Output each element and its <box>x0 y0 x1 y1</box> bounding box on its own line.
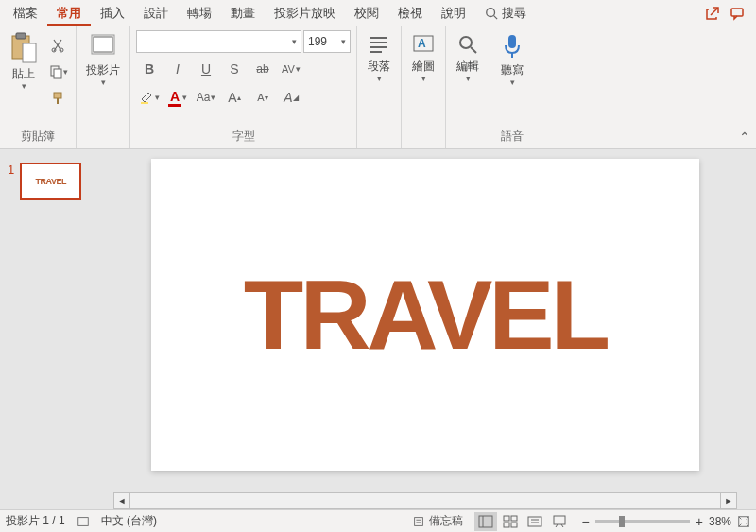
highlight-button[interactable]: ▾ <box>136 85 163 110</box>
underline-button[interactable]: U <box>193 57 219 81</box>
paste-button[interactable]: 貼上 ▾ <box>6 30 42 93</box>
group-label-clipboard: 剪貼簿 <box>21 127 55 146</box>
horizontal-scrollbar[interactable]: ◄ ► <box>113 492 737 509</box>
reading-view-button[interactable] <box>524 512 546 531</box>
font-name-combo[interactable]: ▾ <box>136 30 301 53</box>
language-status[interactable]: 中文 (台灣) <box>101 513 157 529</box>
slide-editor: TRAVEL ◄ ► <box>113 149 756 509</box>
tab-help[interactable]: 說明 <box>432 0 475 26</box>
slideshow-view-button[interactable] <box>548 512 571 531</box>
view-mode-buttons <box>474 512 571 531</box>
slide-title-text[interactable]: TRAVEL <box>244 259 607 371</box>
group-paragraph: 段落 ▾ <box>357 26 402 148</box>
thumbnail-1[interactable]: 1 TRAVEL <box>8 163 106 200</box>
sorter-view-button[interactable] <box>499 512 522 531</box>
ribbon-tabs: 檔案 常用 插入 設計 轉場 動畫 投影片放映 校閱 檢視 說明 搜尋 <box>0 0 756 26</box>
svg-rect-33 <box>504 523 509 527</box>
status-bar: 投影片 1 / 1 中文 (台灣) 備忘稿 − + 38% <box>0 509 756 532</box>
zoom-slider[interactable] <box>595 520 690 523</box>
ribbon: 貼上 ▾ ▾ 剪貼簿 投影片 ▾ ▾ 199▾ <box>0 26 756 149</box>
slides-button[interactable]: 投影片 ▾ <box>82 30 124 89</box>
notes-button[interactable]: 備忘稿 <box>412 513 463 529</box>
share-icon[interactable] <box>705 6 720 21</box>
dictate-button[interactable]: 聽寫 ▾ <box>496 30 528 89</box>
svg-rect-12 <box>94 37 112 52</box>
svg-rect-26 <box>414 517 422 525</box>
collapse-ribbon-button[interactable]: ⌃ <box>739 129 750 145</box>
svg-text:A: A <box>418 37 426 50</box>
svg-point-21 <box>460 37 472 48</box>
group-font: ▾ 199▾ B I U S ab AV▾ ▾ A▾ Aa▾ A▴ A▾ A◢ … <box>130 26 357 148</box>
slide-thumbnails-panel: 1 TRAVEL <box>0 149 113 509</box>
tab-slideshow[interactable]: 投影片放映 <box>265 0 345 26</box>
zoom-out-button[interactable]: − <box>582 514 590 529</box>
tab-view[interactable]: 檢視 <box>388 0 432 26</box>
svg-rect-2 <box>731 9 743 16</box>
group-drawing: A 繪圖 ▾ <box>402 26 446 148</box>
paragraph-button[interactable]: 段落 ▾ <box>363 30 395 85</box>
svg-rect-10 <box>54 93 61 98</box>
strikethrough-button[interactable]: ab <box>249 57 276 81</box>
zoom-in-button[interactable]: + <box>696 514 703 529</box>
svg-line-1 <box>494 15 498 19</box>
svg-rect-35 <box>528 517 541 526</box>
tab-insert[interactable]: 插入 <box>91 0 134 26</box>
svg-rect-38 <box>554 516 565 524</box>
tab-transitions[interactable]: 轉場 <box>178 0 221 26</box>
search-tab[interactable]: 搜尋 <box>475 0 536 26</box>
svg-rect-25 <box>77 517 88 525</box>
group-voice: 聽寫 ▾ 語音 <box>490 26 534 148</box>
svg-rect-32 <box>511 516 517 521</box>
editing-button[interactable]: 編輯 ▾ <box>452 30 484 85</box>
increase-font-button[interactable]: A▴ <box>221 85 248 110</box>
tab-design[interactable]: 設計 <box>134 0 178 26</box>
svg-rect-5 <box>23 43 36 62</box>
slide-canvas[interactable]: TRAVEL <box>151 159 699 471</box>
normal-view-button[interactable] <box>474 512 497 531</box>
svg-rect-23 <box>508 35 516 48</box>
tab-home[interactable]: 常用 <box>47 0 91 26</box>
group-label-font: 字型 <box>232 127 255 146</box>
search-icon <box>485 7 498 20</box>
workspace: 1 TRAVEL TRAVEL ◄ ► <box>0 149 756 509</box>
svg-rect-9 <box>54 69 61 78</box>
font-color-button[interactable]: A▾ <box>164 85 191 110</box>
svg-rect-34 <box>511 523 517 527</box>
cut-button[interactable] <box>45 34 70 57</box>
group-clipboard: 貼上 ▾ ▾ 剪貼簿 <box>0 26 77 148</box>
tab-animations[interactable]: 動畫 <box>221 0 265 26</box>
svg-rect-31 <box>504 516 509 521</box>
change-case-button[interactable]: Aa▾ <box>193 85 219 110</box>
zoom-controls: − + 38% <box>582 514 750 529</box>
tab-file[interactable]: 檔案 <box>4 0 47 26</box>
scroll-track[interactable] <box>130 492 720 509</box>
svg-line-22 <box>471 47 476 53</box>
comments-icon[interactable] <box>730 6 745 21</box>
group-label-voice: 語音 <box>501 127 524 146</box>
group-slides: 投影片 ▾ <box>77 26 130 148</box>
group-editing: 編輯 ▾ <box>446 26 490 148</box>
zoom-value[interactable]: 38% <box>709 515 731 528</box>
tab-review[interactable]: 校閱 <box>345 0 388 26</box>
clear-format-button[interactable]: A◢ <box>278 85 304 110</box>
accessibility-icon[interactable] <box>77 515 90 528</box>
font-size-combo[interactable]: 199▾ <box>303 30 351 53</box>
italic-button[interactable]: I <box>164 57 191 81</box>
thumbnail-number: 1 <box>8 163 14 177</box>
copy-button[interactable]: ▾ <box>45 60 70 83</box>
shadow-button[interactable]: S <box>221 57 248 81</box>
svg-rect-11 <box>57 98 59 104</box>
svg-rect-14 <box>141 102 148 104</box>
scroll-right-button[interactable]: ► <box>720 492 737 509</box>
slide-counter[interactable]: 投影片 1 / 1 <box>6 513 65 529</box>
decrease-font-button[interactable]: A▾ <box>249 85 276 110</box>
scroll-left-button[interactable]: ◄ <box>113 492 130 509</box>
char-spacing-button[interactable]: AV▾ <box>278 57 304 81</box>
format-painter-button[interactable] <box>45 87 70 110</box>
svg-point-0 <box>487 8 495 16</box>
svg-rect-4 <box>16 33 26 39</box>
fit-window-button[interactable] <box>737 515 750 528</box>
drawing-button[interactable]: A 繪圖 ▾ <box>407 30 439 85</box>
thumbnail-text: TRAVEL <box>36 177 66 186</box>
bold-button[interactable]: B <box>136 57 163 81</box>
